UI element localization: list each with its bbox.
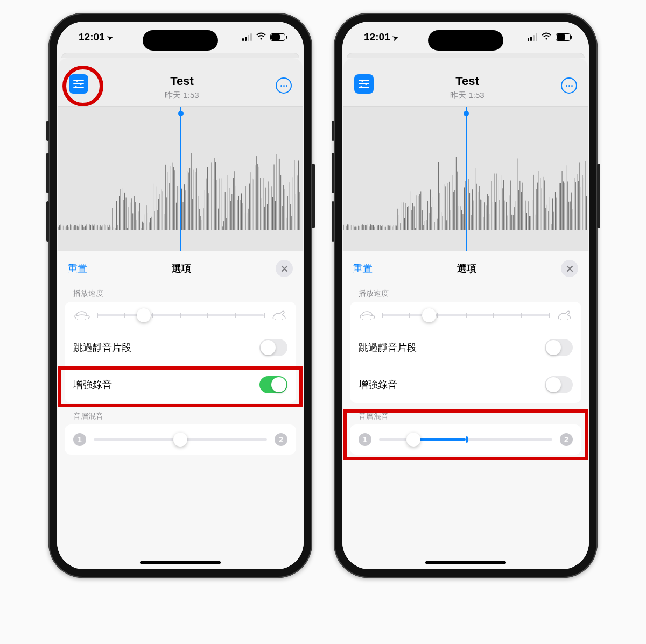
home-indicator[interactable]: [425, 561, 506, 564]
svg-point-5: [75, 86, 77, 88]
mix-thumb[interactable]: [406, 433, 420, 447]
svg-point-189: [365, 83, 367, 85]
battery-icon: [556, 33, 571, 41]
speed-thumb[interactable]: [137, 308, 151, 322]
reset-button[interactable]: 重置: [353, 262, 373, 275]
enhance-recording-label: 增強錄音: [73, 378, 112, 391]
layer-mix-slider[interactable]: [379, 438, 552, 441]
sheet-title: 選項: [172, 262, 191, 275]
location-arrow-icon: ➤: [391, 32, 399, 42]
memo-subtitle: 昨天 1:53: [450, 90, 484, 101]
close-button[interactable]: [561, 260, 578, 277]
battery-icon: [270, 33, 285, 41]
rabbit-icon: [556, 309, 573, 321]
options-sheet: 重置 選項 播放速度 跳過靜音片段: [57, 251, 304, 569]
location-arrow-icon: ➤: [106, 32, 114, 42]
options-panel: 跳過靜音片段 增強錄音: [350, 302, 581, 403]
speed-label: 播放速度: [342, 285, 589, 302]
rabbit-icon: [270, 309, 287, 321]
home-indicator[interactable]: [140, 561, 221, 564]
enhance-recording-row: 增強錄音: [350, 366, 581, 403]
memo-title: Test: [165, 74, 199, 88]
memo-subtitle: 昨天 1:53: [165, 90, 199, 101]
skip-silence-label: 跳過靜音片段: [73, 341, 131, 354]
playback-options-button[interactable]: [69, 74, 88, 94]
sliders-icon: [73, 79, 84, 89]
ellipsis-icon: [566, 85, 573, 87]
wifi-icon: [256, 32, 266, 43]
side-button: [332, 153, 334, 193]
enhance-recording-label: 增強錄音: [359, 378, 397, 391]
memo-card: Test 昨天 1:53: [343, 58, 588, 251]
side-button: [332, 201, 334, 242]
side-button: [597, 164, 600, 228]
mix-badge-2: 2: [560, 433, 573, 446]
layer-mix-label: 音層混音: [57, 407, 304, 424]
waveform[interactable]: [343, 106, 588, 251]
more-button[interactable]: [276, 77, 292, 94]
reset-button[interactable]: 重置: [68, 262, 87, 275]
skip-silence-row: 跳過靜音片段: [65, 329, 296, 366]
speed-slider[interactable]: [382, 314, 549, 316]
playback-options-button[interactable]: [354, 74, 374, 94]
background-stack: Test 昨天 1:53: [57, 53, 304, 251]
wifi-icon: [541, 32, 552, 43]
speed-slider-row: [65, 302, 296, 329]
layer-mix-panel: 1 2: [350, 424, 581, 455]
layer-mix-slider[interactable]: [94, 438, 267, 441]
skip-silence-toggle[interactable]: [259, 339, 287, 356]
svg-point-187: [361, 80, 363, 82]
close-icon: [281, 265, 288, 272]
side-button: [46, 153, 49, 193]
ellipsis-icon: [280, 85, 287, 87]
playhead[interactable]: [180, 107, 181, 251]
close-icon: [566, 265, 573, 272]
speed-slider[interactable]: [97, 314, 264, 316]
screen: 12:01 ➤ Test 昨天 1:53: [342, 22, 589, 569]
layer-mix-row: 1 2: [65, 424, 296, 455]
speed-thumb[interactable]: [422, 308, 436, 322]
dynamic-island: [428, 30, 503, 51]
skip-silence-toggle[interactable]: [545, 339, 573, 356]
mix-badge-1: 1: [73, 433, 86, 446]
sliders-icon: [359, 79, 369, 89]
mix-badge-1: 1: [359, 433, 371, 446]
layer-mix-label: 音層混音: [342, 407, 589, 424]
phone-frame-left: 12:01 ➤ Test: [48, 13, 312, 578]
more-button[interactable]: [561, 77, 577, 94]
background-stack: Test 昨天 1:53: [342, 53, 589, 251]
status-time: 12:01: [364, 31, 390, 43]
side-button: [312, 164, 315, 228]
svg-point-3: [80, 83, 82, 85]
options-panel: 跳過靜音片段 增強錄音: [65, 302, 296, 403]
close-button[interactable]: [276, 260, 293, 277]
side-button: [46, 201, 49, 242]
layer-mix-row: 1 2: [350, 424, 581, 455]
speed-label: 播放速度: [57, 285, 304, 302]
dynamic-island: [143, 30, 218, 51]
enhance-recording-row: 增強錄音: [65, 366, 296, 403]
side-button: [46, 121, 49, 141]
memo-title: Test: [450, 74, 484, 88]
sheet-title: 選項: [457, 262, 476, 275]
enhance-recording-toggle[interactable]: [545, 376, 573, 393]
enhance-recording-toggle[interactable]: [259, 376, 287, 393]
skip-silence-label: 跳過靜音片段: [359, 341, 417, 354]
layer-mix-panel: 1 2: [65, 424, 296, 455]
screen: 12:01 ➤ Test: [57, 22, 304, 569]
mix-thumb[interactable]: [173, 433, 187, 447]
waveform[interactable]: [58, 106, 303, 251]
status-time: 12:01: [79, 31, 105, 43]
speed-slider-row: [350, 302, 581, 329]
memo-card: Test 昨天 1:53: [58, 58, 303, 251]
tortoise-icon: [359, 309, 376, 321]
tortoise-icon: [73, 309, 90, 321]
signal-icon: [242, 33, 252, 41]
options-sheet: 重置 選項 播放速度 跳過靜音片段: [342, 251, 589, 569]
phone-frame-right: 12:01 ➤ Test 昨天 1:53: [334, 13, 598, 578]
signal-icon: [528, 33, 537, 41]
svg-point-1: [76, 80, 78, 82]
svg-point-191: [360, 86, 362, 88]
side-button: [332, 121, 334, 141]
playhead[interactable]: [466, 107, 467, 251]
